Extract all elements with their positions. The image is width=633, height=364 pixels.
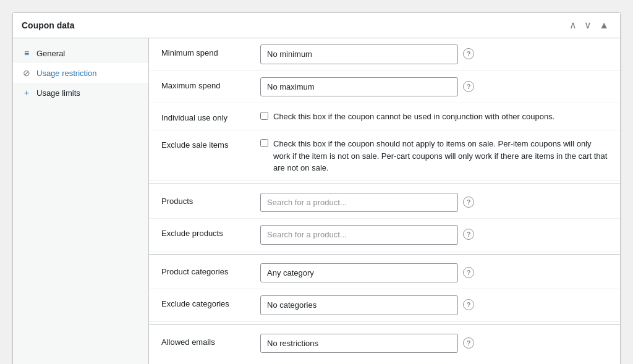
minimum-spend-label: Minimum spend <box>161 44 260 57</box>
sidebar-item-usage-limits-label: Usage limits <box>36 88 80 98</box>
exclude-products-label: Exclude products <box>161 225 260 238</box>
coupon-data-panel: Coupon data ∧ ∨ ▲ ≡ General ⊘ Usage rest… <box>12 12 621 364</box>
maximum-spend-label: Maximum spend <box>161 77 260 90</box>
divider-2 <box>149 254 620 255</box>
exclude-sale-label: Exclude sale items <box>161 137 260 150</box>
product-categories-input[interactable] <box>260 263 458 283</box>
exclude-products-search-input[interactable] <box>260 225 458 245</box>
allowed-emails-help-icon[interactable]: ? <box>463 337 474 349</box>
products-row: Products ? <box>149 187 620 219</box>
divider-3 <box>149 324 620 325</box>
panel-body: ≡ General ⊘ Usage restriction + Usage li… <box>13 38 620 364</box>
products-help-icon[interactable]: ? <box>463 197 474 208</box>
minimum-spend-input[interactable] <box>260 44 458 64</box>
exclude-categories-help-icon[interactable]: ? <box>463 299 474 310</box>
general-icon: ≡ <box>22 48 32 58</box>
individual-use-control: Check this box if the coupon cannot be u… <box>260 109 608 123</box>
exclude-categories-label: Exclude categories <box>161 295 260 308</box>
panel-header-actions: ∧ ∨ ▲ <box>567 19 611 32</box>
product-categories-control: ? <box>260 263 608 283</box>
individual-use-label: Individual use only <box>161 109 260 122</box>
exclude-categories-row: Exclude categories ? <box>149 289 620 322</box>
sidebar: ≡ General ⊘ Usage restriction + Usage li… <box>13 38 149 364</box>
exclude-sale-checkbox-wrap: Check this box if the coupon should not … <box>260 137 608 174</box>
sidebar-item-general-label: General <box>36 49 65 58</box>
exclude-products-row: Exclude products ? <box>149 219 620 252</box>
products-control: ? <box>260 193 608 213</box>
exclude-sale-row: Exclude sale items Check this box if the… <box>149 130 620 181</box>
products-label: Products <box>161 193 260 206</box>
exclude-products-control: ? <box>260 225 608 245</box>
expand-button[interactable]: ▲ <box>597 19 611 32</box>
usage-restriction-icon: ⊘ <box>22 68 32 78</box>
minimum-spend-help-icon[interactable]: ? <box>463 48 474 59</box>
sidebar-item-general[interactable]: ≡ General <box>13 43 148 63</box>
product-categories-label: Product categories <box>161 263 260 276</box>
minimum-spend-row: Minimum spend ? <box>149 38 620 71</box>
sidebar-item-usage-limits[interactable]: + Usage limits <box>13 83 148 103</box>
exclude-sale-control: Check this box if the coupon should not … <box>260 137 608 174</box>
products-search-input[interactable] <box>260 193 458 213</box>
allowed-emails-input[interactable] <box>260 334 458 353</box>
maximum-spend-input[interactable] <box>260 77 458 97</box>
content-area: Minimum spend ? Maximum spend ? Individu… <box>149 38 620 364</box>
sidebar-item-usage-restriction[interactable]: ⊘ Usage restriction <box>13 63 148 83</box>
exclude-sale-checkbox-label: Check this box if the coupon should not … <box>273 138 608 174</box>
product-categories-row: Product categories ? <box>149 257 620 290</box>
sidebar-item-usage-restriction-label: Usage restriction <box>36 69 97 78</box>
collapse-down-button[interactable]: ∨ <box>582 19 594 32</box>
exclude-products-help-icon[interactable]: ? <box>463 229 474 240</box>
product-categories-help-icon[interactable]: ? <box>463 267 474 278</box>
maximum-spend-help-icon[interactable]: ? <box>463 81 474 92</box>
allowed-emails-label: Allowed emails <box>161 334 260 347</box>
divider-1 <box>149 184 620 184</box>
panel-header: Coupon data ∧ ∨ ▲ <box>13 13 620 38</box>
allowed-emails-control: ? <box>260 334 608 353</box>
individual-use-row: Individual use only Check this box if th… <box>149 103 620 130</box>
collapse-up-button[interactable]: ∧ <box>567 19 579 32</box>
exclude-categories-control: ? <box>260 295 608 315</box>
exclude-categories-input[interactable] <box>260 295 458 315</box>
usage-limits-icon: + <box>22 88 32 98</box>
individual-use-checkbox-wrap: Check this box if the coupon cannot be u… <box>260 109 554 123</box>
individual-use-checkbox-label: Check this box if the coupon cannot be u… <box>273 111 554 123</box>
individual-use-checkbox[interactable] <box>260 112 268 120</box>
maximum-spend-row: Maximum spend ? <box>149 71 620 104</box>
minimum-spend-control: ? <box>260 44 608 64</box>
maximum-spend-control: ? <box>260 77 608 97</box>
exclude-sale-checkbox[interactable] <box>260 139 268 147</box>
allowed-emails-row: Allowed emails ? <box>149 328 620 360</box>
panel-title: Coupon data <box>22 20 75 30</box>
